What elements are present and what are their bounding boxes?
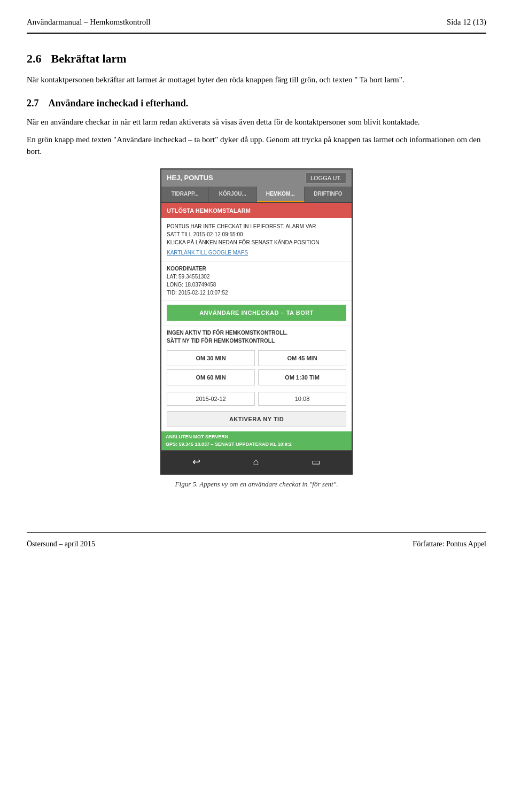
home-button[interactable]: ⌂	[253, 455, 259, 469]
phone-greeting: HEJ, PONTUS	[167, 173, 213, 183]
back-button[interactable]: ↩	[192, 455, 200, 469]
coords-section: KOORDINATER LAT: 59.34551302 LONG: 18.03…	[161, 261, 352, 300]
section-2-7-paragraph1: När en användare checkar in när ett larm…	[27, 116, 486, 128]
alert-line2: SATT TILL 2015-02-12 09:55:00	[167, 230, 346, 238]
alert-body: PONTUS HAR INTE CHECKAT IN I EPIFOREST. …	[161, 218, 352, 261]
android-nav: ↩ ⌂ ▭	[161, 450, 352, 474]
logout-button[interactable]: LOGGA UT.	[306, 173, 346, 183]
recents-button[interactable]: ▭	[312, 455, 321, 469]
figure-caption: Figur 5. Appens vy om en användare check…	[175, 479, 338, 490]
tab-hemkom[interactable]: HEMKOM...	[257, 187, 305, 202]
section-2-7-heading: 2.7Användare incheckad i efterhand.	[27, 96, 486, 111]
page-header: Användarmanual – Hemkomstkontroll Sida 1…	[27, 16, 486, 34]
date-input[interactable]	[167, 392, 255, 406]
tid-value: TID: 2015-02-12 10:07:52	[167, 289, 346, 297]
aktivera-button[interactable]: AKTIVERA NY TID	[167, 411, 346, 427]
header-left: Användarmanual – Hemkomstkontroll	[27, 16, 151, 28]
footer-left: Östersund – april 2015	[27, 538, 95, 550]
gps-line2: GPS: 59.345 18.037 – SENAST UPPDATERAD K…	[166, 441, 347, 448]
section-2-7-paragraph2: En grön knapp med texten "Användare inch…	[27, 134, 486, 158]
gps-line1: ANSLUTEN MOT SERVERN	[166, 434, 347, 441]
page-footer: Östersund – april 2015 Författare: Pontu…	[27, 532, 486, 550]
time-btn-30min[interactable]: OM 30 MIN	[167, 350, 255, 366]
long-value: LONG: 18.03749458	[167, 281, 346, 289]
checkin-button[interactable]: ANVÄNDARE INCHECKAD – TA BORT	[167, 305, 346, 321]
alert-line1: PONTUS HAR INTE CHECKAT IN I EPIFOREST. …	[167, 222, 346, 230]
phone-tabs: TIDRAPP... KÖRJOU... HEMKOM... DRIFTINFO	[161, 187, 352, 203]
gps-bar: ANSLUTEN MOT SERVERN GPS: 59.345 18.037 …	[161, 431, 352, 450]
time-section-label: INGEN AKTIV TID FÖR HEMKOMSTKONTROLL. SÄ…	[161, 325, 352, 348]
section-2-6-heading: 2.6Bekräftat larm	[27, 50, 486, 67]
phone-topnav: HEJ, PONTUS LOGGA UT.	[161, 169, 352, 187]
time-input[interactable]	[258, 392, 346, 406]
tab-driftinfo[interactable]: DRIFTINFO	[305, 187, 352, 202]
phone-mockup: HEJ, PONTUS LOGGA UT. TIDRAPP... KÖRJOU.…	[160, 168, 353, 475]
time-section-line1: INGEN AKTIV TID FÖR HEMKOMSTKONTROLL.	[167, 329, 346, 337]
alert-header: UTLÖSTA HEMKOMSTALARM	[161, 203, 352, 219]
tab-korjou[interactable]: KÖRJOU...	[209, 187, 256, 202]
time-btn-45min[interactable]: OM 45 MIN	[258, 350, 346, 366]
footer-right: Författare: Pontus Appel	[413, 538, 486, 550]
section-2-6-paragraph: När kontaktpersonen bekräftar att larmet…	[27, 74, 486, 86]
figure-container: HEJ, PONTUS LOGGA UT. TIDRAPP... KÖRJOU.…	[155, 168, 358, 490]
coords-header: KOORDINATER	[167, 265, 346, 273]
phone-content: UTLÖSTA HEMKOMSTALARM PONTUS HAR INTE CH…	[161, 203, 352, 474]
alert-line3: KLICKA PÅ LÄNKEN NEDAN FÖR SENAST KÄNDA …	[167, 238, 346, 246]
time-section-line2: SÄTT NY TID FÖR HEMKOMSTKONTROLL	[167, 337, 346, 345]
lat-value: LAT: 59.34551302	[167, 273, 346, 281]
time-buttons-grid: OM 30 MIN OM 45 MIN OM 60 MIN OM 1:30 TI…	[161, 348, 352, 390]
date-inputs	[161, 390, 352, 410]
header-right: Sida 12 (13)	[447, 16, 486, 28]
time-btn-60min[interactable]: OM 60 MIN	[167, 369, 255, 385]
time-btn-130tim[interactable]: OM 1:30 TIM	[258, 369, 346, 385]
tab-tidrapp[interactable]: TIDRAPP...	[161, 187, 209, 202]
maps-link[interactable]: KARTLÄNK TILL GOOGLE MAPS	[167, 249, 346, 257]
